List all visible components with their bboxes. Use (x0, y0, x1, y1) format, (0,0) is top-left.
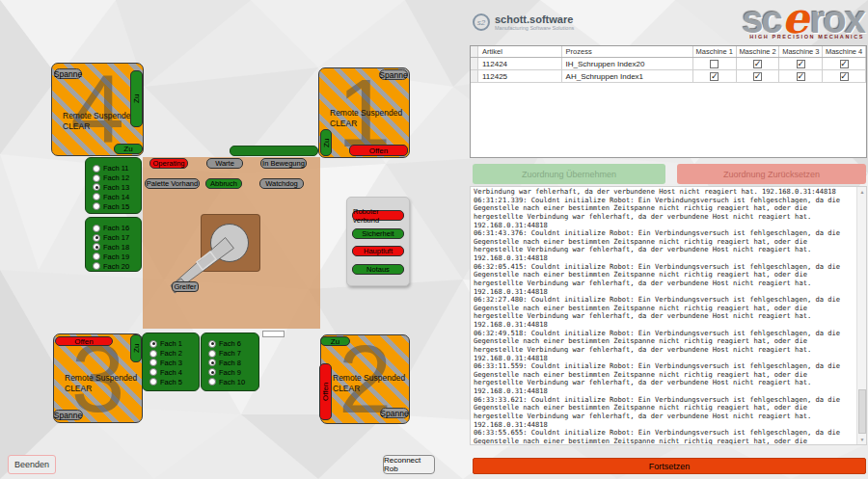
maschine-checkbox[interactable] (797, 60, 805, 68)
log-scrollbar[interactable]: ▲ ▼ (856, 187, 866, 444)
fach-option: Fach 12 (93, 173, 141, 183)
fach-radio[interactable] (149, 350, 157, 358)
small-indicator-box (262, 331, 285, 337)
col-maschine-2: Maschine 2 (737, 46, 780, 57)
fach-group-16-20: Fach 16 Fach 17 Fach 18 Fach 19 Fach 20 (85, 217, 142, 272)
cell-prozess: AH_Schruppen Index1 (562, 70, 693, 82)
fortsetzen-button[interactable]: Fortsetzen (473, 458, 866, 474)
zuordnung-uebernehmen-button[interactable]: Zuordnung Übernehmen (473, 164, 665, 184)
fach-radio[interactable] (93, 262, 100, 270)
col-prozess: Prozess (562, 46, 693, 57)
fach-radio[interactable] (93, 234, 100, 242)
fach-radio[interactable] (93, 165, 100, 173)
fach-option: Fach 17 (93, 233, 141, 243)
fach-option: Fach 8 (208, 359, 258, 368)
maschine-checkbox[interactable] (840, 60, 849, 68)
maschine-checkbox[interactable] (710, 60, 719, 68)
table-header-row: Artikel Prozess Maschine 1 Maschine 2 Ma… (471, 46, 866, 58)
fach-option: Fach 19 (93, 252, 141, 261)
robot-indicator-panel: Roboter verbund Sicherheit Hauptluft Not… (346, 197, 410, 286)
station-1: 1 Remote SuspendedCLEAR Spanne Zu Offen (318, 67, 410, 158)
scrollbar-thumb[interactable] (858, 389, 866, 434)
zu-side-button[interactable]: Zu (130, 334, 142, 362)
cell-prozess: IH_Schruppen Index20 (562, 58, 693, 69)
fach-option: Fach 11 (93, 164, 141, 173)
status-abbruch-button[interactable]: Abbruch (205, 178, 242, 189)
offen-button[interactable]: Offen (349, 145, 408, 156)
col-maschine-4: Maschine 4 (823, 46, 866, 57)
fach-radio[interactable] (208, 359, 216, 366)
fach-radio[interactable] (208, 350, 216, 358)
fach-option: Fach 3 (149, 359, 199, 368)
fach-option: Fach 9 (208, 367, 258, 377)
station-status-text: Remote SuspendedCLEAR (330, 108, 402, 128)
spanne-button[interactable]: Spanne (54, 68, 82, 79)
robot-cell-area: Operating Warte In Bewegung Palette Vorh… (143, 157, 320, 329)
schott-name: schott.software (495, 13, 574, 25)
zu-side-button[interactable]: Zu (320, 129, 332, 156)
fach-option: Fach 13 (93, 183, 141, 193)
spanne-button[interactable]: Spanne (379, 69, 408, 80)
log-output[interactable]: Verbindung war fehlerhaft, da der verbun… (470, 186, 867, 445)
spanne-button[interactable]: Spanne (53, 410, 83, 420)
fach-option: Fach 7 (208, 349, 258, 359)
fach-option: Fach 20 (93, 261, 141, 271)
table-row: 112424 IH_Schruppen Index20 (471, 58, 866, 70)
offen-side-button[interactable]: Offen (319, 363, 332, 420)
robot-joint-circle (210, 224, 249, 262)
fach-radio[interactable] (93, 253, 100, 260)
fach-radio[interactable] (149, 359, 157, 366)
offen-button[interactable]: Offen (55, 336, 113, 346)
fach-radio[interactable] (208, 378, 216, 386)
status-palette-vorhand-button[interactable]: Palette Vorhand (145, 178, 200, 189)
fach-radio[interactable] (93, 174, 100, 182)
maschine-checkbox[interactable] (797, 72, 805, 81)
scerox-tagline: HIGH PRECISION MECHANICS (742, 34, 864, 40)
gripper-label: Greifer (172, 281, 199, 292)
status-watchdog-button[interactable]: Watchdog (259, 178, 304, 189)
fach-option: Fach 15 (93, 201, 141, 211)
cell-artikel: 112425 (478, 70, 562, 82)
fach-option: Fach 10 (208, 377, 258, 386)
maschine-checkbox[interactable] (710, 72, 719, 81)
maschine-checkbox[interactable] (753, 60, 762, 68)
cell-artikel: 112424 (478, 58, 562, 69)
fach-radio[interactable] (93, 202, 100, 210)
maschine-checkbox[interactable] (753, 72, 762, 81)
fach-radio[interactable] (208, 368, 216, 376)
station-4: 4 Remote SuspendedCLEAR Spanne Zu Zu (51, 63, 144, 156)
fach-option: Fach 14 (93, 192, 141, 201)
scroll-down-icon[interactable]: ▼ (857, 435, 867, 444)
maschine-checkbox[interactable] (840, 72, 849, 81)
fach-option: Fach 4 (149, 367, 199, 377)
fach-option: Fach 18 (93, 243, 141, 253)
fach-radio[interactable] (93, 183, 100, 191)
zu-top-button[interactable]: Zu (320, 336, 350, 346)
status-in-bewegung-button[interactable]: In Bewegung (260, 158, 307, 169)
sicherheit-lamp: Sicherheit (352, 228, 404, 239)
fach-radio[interactable] (149, 378, 157, 386)
schott-software-logo: s2 schott.software Manufacturing Softwar… (473, 13, 574, 31)
fach-radio[interactable] (93, 243, 100, 251)
status-warte-button[interactable]: Warte (206, 158, 243, 169)
scroll-up-icon[interactable]: ▲ (857, 187, 867, 197)
reconnect-rob-button[interactable]: Reconnect Rob (383, 455, 435, 474)
fach-radio[interactable] (208, 340, 216, 348)
notaus-lamp: Notaus (352, 264, 404, 275)
col-maschine-1: Maschine 1 (693, 46, 737, 57)
fach-radio[interactable] (93, 193, 100, 200)
hauptluft-lamp: Hauptluft (352, 246, 404, 256)
beenden-button[interactable]: Beenden (8, 455, 56, 474)
zu-bottom-button[interactable]: Zu (114, 144, 143, 154)
status-operating-button[interactable]: Operating (149, 158, 188, 169)
col-maschine-3: Maschine 3 (779, 46, 823, 57)
fach-radio[interactable] (149, 340, 157, 348)
fach-radio[interactable] (93, 225, 100, 232)
table-row: 112425 AH_Schruppen Index1 (471, 70, 866, 83)
station-status-text: Remote SuspendedCLEAR (65, 373, 137, 393)
fach-radio[interactable] (149, 368, 157, 376)
zu-side-button[interactable]: Zu (130, 70, 143, 127)
station-2: 2 Remote SuspendedCLEAR Zu Offen Spanne (320, 334, 410, 424)
zuordnung-zuruecksetzen-button[interactable]: Zuordnung Zurücksetzen (677, 164, 866, 184)
spanne-button[interactable]: Spanne (380, 408, 409, 418)
